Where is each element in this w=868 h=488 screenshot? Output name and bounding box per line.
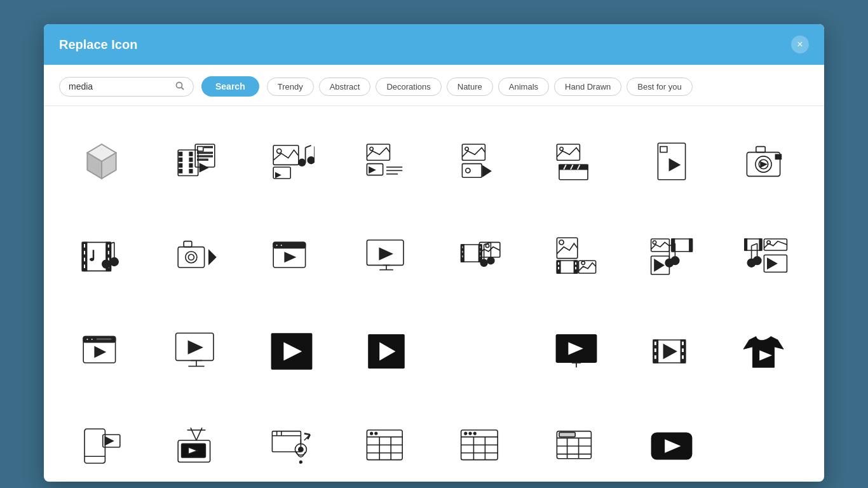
svg-marker-129 <box>654 260 663 271</box>
svg-rect-79 <box>184 241 192 247</box>
svg-rect-67 <box>107 250 110 255</box>
svg-marker-52 <box>669 159 679 170</box>
svg-rect-31 <box>367 144 390 160</box>
svg-point-83 <box>276 244 278 247</box>
svg-point-78 <box>189 255 194 261</box>
filter-pill-trendy[interactable]: Trendy <box>267 78 314 96</box>
search-wrapper <box>59 77 194 97</box>
tv-play-icon[interactable] <box>439 309 524 394</box>
svg-point-138 <box>754 257 762 265</box>
modal-toolbar: Search TrendyAbstractDecorationsNatureAn… <box>44 65 824 106</box>
filter-pill-hand-drawn[interactable]: Hand Drawn <box>554 78 621 96</box>
film-document-icon[interactable] <box>154 119 240 204</box>
svg-marker-174 <box>105 437 113 445</box>
svg-point-26 <box>299 159 306 166</box>
svg-rect-56 <box>756 146 765 152</box>
svg-rect-216 <box>559 433 575 437</box>
filter-pill-abstract[interactable]: Abstract <box>319 78 371 96</box>
filter-pill-animals[interactable]: Animals <box>498 78 549 96</box>
svg-point-108 <box>559 240 564 245</box>
svg-point-207 <box>465 433 467 435</box>
svg-point-102 <box>480 260 487 267</box>
tshirt-play-icon[interactable] <box>629 309 714 394</box>
svg-point-199 <box>370 433 373 435</box>
svg-rect-95 <box>461 250 463 254</box>
svg-rect-96 <box>461 255 463 258</box>
close-button[interactable]: × <box>791 36 809 53</box>
svg-rect-65 <box>83 264 86 269</box>
svg-marker-34 <box>369 167 375 173</box>
tv-antenna-icon[interactable] <box>59 404 144 482</box>
svg-point-209 <box>473 433 476 435</box>
svg-point-77 <box>186 252 197 263</box>
svg-point-32 <box>370 147 373 150</box>
filter-pill-best-for-you[interactable]: Best for you <box>627 78 692 96</box>
svg-rect-20 <box>198 159 208 160</box>
media-music-icon[interactable] <box>249 119 334 204</box>
svg-rect-122 <box>689 239 693 252</box>
svg-point-29 <box>308 157 315 164</box>
svg-rect-132 <box>759 239 762 250</box>
browser-grid2-icon[interactable] <box>344 404 430 482</box>
media-video-icon[interactable] <box>439 119 524 204</box>
svg-rect-8 <box>179 158 182 161</box>
video-window-icon[interactable] <box>249 214 334 299</box>
film-image-icon[interactable] <box>534 214 620 299</box>
svg-rect-11 <box>189 152 193 155</box>
svg-rect-38 <box>462 144 485 160</box>
media-film-music-icon[interactable] <box>439 214 524 299</box>
svg-point-200 <box>375 433 377 435</box>
youtube-icon[interactable] <box>534 404 620 482</box>
svg-rect-112 <box>558 262 560 265</box>
svg-rect-76 <box>178 247 204 268</box>
svg-point-145 <box>91 338 93 341</box>
svg-marker-25 <box>276 173 280 177</box>
media-clapperboard-icon[interactable] <box>534 119 620 204</box>
3d-cube-icon[interactable] <box>59 119 144 204</box>
browser-grid-icon[interactable] <box>249 404 334 482</box>
svg-marker-147 <box>95 347 105 357</box>
browser-play-icon[interactable] <box>59 309 144 394</box>
svg-rect-14 <box>189 169 193 172</box>
svg-rect-94 <box>461 246 463 249</box>
monitor-play-icon[interactable] <box>154 309 240 394</box>
svg-rect-168 <box>681 348 684 352</box>
svg-point-0 <box>177 82 182 88</box>
media-row1-icon[interactable] <box>724 309 810 394</box>
filter-pill-decorations[interactable]: Decorations <box>376 78 441 96</box>
svg-point-189 <box>299 461 302 464</box>
map-pin-icon[interactable] <box>154 404 240 482</box>
browser-grid3-icon[interactable] <box>439 404 524 482</box>
svg-rect-169 <box>681 355 684 359</box>
svg-rect-12 <box>189 158 193 161</box>
svg-marker-85 <box>285 253 295 262</box>
search-button[interactable]: Search <box>201 76 259 97</box>
svg-text:♩: ♩ <box>89 248 95 264</box>
modal-body: ♩ <box>44 106 824 482</box>
svg-rect-19 <box>198 156 212 157</box>
play-solid-icon[interactable] <box>249 309 334 394</box>
media-combo-icon[interactable] <box>629 214 714 299</box>
media-play-icon[interactable] <box>344 119 430 204</box>
media-combo2-icon[interactable] <box>724 214 810 299</box>
film-music-icon[interactable]: ♩ <box>59 214 144 299</box>
video-play-document-icon[interactable] <box>629 119 714 204</box>
play-solid2-icon[interactable] <box>344 309 430 394</box>
svg-point-42 <box>466 168 470 173</box>
svg-rect-166 <box>654 355 657 359</box>
search-input[interactable] <box>69 81 170 92</box>
svg-rect-10 <box>179 169 182 172</box>
svg-rect-13 <box>189 163 193 166</box>
camera-play-icon[interactable] <box>724 119 810 204</box>
svg-rect-40 <box>462 163 482 177</box>
svg-rect-114 <box>575 262 578 265</box>
filter-pill-nature[interactable]: Nature <box>447 78 493 96</box>
chat-media-icon[interactable] <box>629 404 714 482</box>
modal-header: Replace Icon × <box>44 24 824 65</box>
svg-line-1 <box>182 87 184 90</box>
camera-play2-icon[interactable] <box>154 214 240 299</box>
svg-marker-21 <box>200 163 208 172</box>
film-play-icon[interactable] <box>534 309 620 394</box>
svg-rect-164 <box>654 341 657 346</box>
video-monitor-icon[interactable] <box>344 214 430 299</box>
